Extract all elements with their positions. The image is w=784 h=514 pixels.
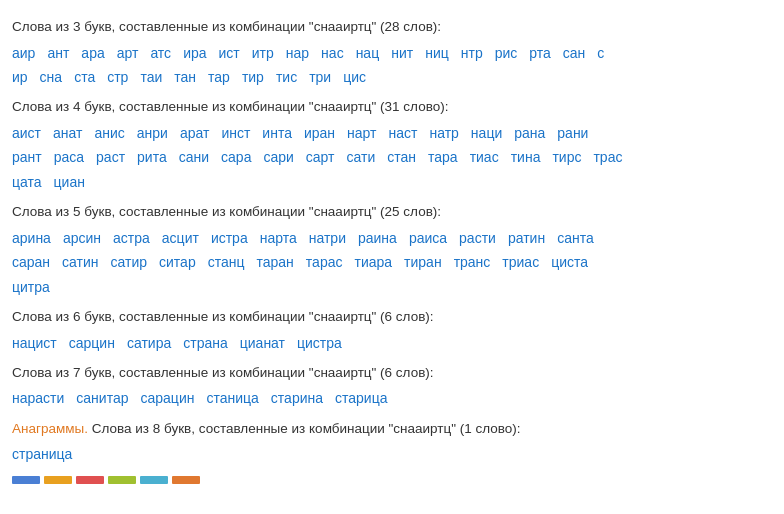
word-нац[interactable]: нац [356,45,380,61]
word-анис[interactable]: анис [94,125,124,141]
word-страна[interactable]: страна [183,335,228,351]
word-нар[interactable]: нар [286,45,309,61]
word-рант[interactable]: рант [12,149,42,165]
word-итр[interactable]: итр [252,45,274,61]
word-рана[interactable]: рана [514,125,545,141]
word-старина[interactable]: старина [271,390,323,406]
word-нацист[interactable]: нацист [12,335,57,351]
word-наст[interactable]: наст [389,125,418,141]
word-рта[interactable]: рта [529,45,551,61]
word-таи[interactable]: таи [140,69,162,85]
word-трас[interactable]: трас [593,149,622,165]
word-нтр[interactable]: нтр [461,45,483,61]
word-цис[interactable]: цис [343,69,366,85]
word-тара[interactable]: тара [428,149,458,165]
word-астра[interactable]: астра [113,230,150,246]
word-натр[interactable]: натр [429,125,458,141]
word-ара[interactable]: ара [81,45,104,61]
word-тиара[interactable]: тиара [354,254,392,270]
word-цианат[interactable]: цианат [240,335,285,351]
word-нарта[interactable]: нарта [260,230,297,246]
word-ста[interactable]: ста [74,69,95,85]
word-истра[interactable]: истра [211,230,248,246]
word-ист[interactable]: ист [219,45,240,61]
word-тир[interactable]: тир [242,69,264,85]
word-стан[interactable]: стан [387,149,416,165]
word-ниц[interactable]: ниц [425,45,449,61]
word-раст[interactable]: раст [96,149,125,165]
word-циан[interactable]: циан [54,174,85,190]
word-натри[interactable]: натри [309,230,346,246]
word-сатира[interactable]: сатира [127,335,171,351]
word-тина[interactable]: тина [511,149,541,165]
word-циста[interactable]: циста [551,254,588,270]
word-ратин[interactable]: ратин [508,230,545,246]
word-анри[interactable]: анри [137,125,168,141]
word-ир[interactable]: ир [12,69,28,85]
word-цистра[interactable]: цистра [297,335,342,351]
word-санитар[interactable]: санитар [76,390,128,406]
word-сарт[interactable]: сарт [306,149,335,165]
word-три[interactable]: три [309,69,331,85]
word-анат[interactable]: анат [53,125,82,141]
word-цитра[interactable]: цитра [12,279,50,295]
word-арт[interactable]: арт [117,45,139,61]
word-ира[interactable]: ира [183,45,206,61]
word-сна[interactable]: сна [40,69,63,85]
word-тиас[interactable]: тиас [470,149,499,165]
word-арина[interactable]: арина [12,230,51,246]
word-рита[interactable]: рита [137,149,167,165]
word-тан[interactable]: тан [174,69,196,85]
word-тар[interactable]: тар [208,69,230,85]
word-нас[interactable]: нас [321,45,344,61]
word-станц[interactable]: станц [208,254,245,270]
word-триас[interactable]: триас [502,254,539,270]
word-тиран[interactable]: тиран [404,254,442,270]
word-сарацин[interactable]: сарацин [141,390,195,406]
word-саран[interactable]: саран [12,254,50,270]
word-станица[interactable]: станица [206,390,258,406]
word-сати[interactable]: сати [347,149,376,165]
word-санта[interactable]: санта [557,230,594,246]
word-аир[interactable]: аир [12,45,35,61]
word-стр[interactable]: стр [107,69,128,85]
word-ситар[interactable]: ситар [159,254,196,270]
word-тирс[interactable]: тирс [552,149,581,165]
word-рис[interactable]: рис [495,45,518,61]
word-инта[interactable]: инта [262,125,292,141]
word-транс[interactable]: транс [454,254,491,270]
word-арсин[interactable]: арсин [63,230,101,246]
word-нарт[interactable]: нарт [347,125,376,141]
word-иран[interactable]: иран [304,125,335,141]
word-рани[interactable]: рани [557,125,588,141]
word-с[interactable]: с [597,45,604,61]
word-нит[interactable]: нит [391,45,413,61]
word-раса[interactable]: раса [54,149,84,165]
word-нарасти[interactable]: нарасти [12,390,64,406]
word-сара[interactable]: сара [221,149,251,165]
word-таран[interactable]: таран [257,254,294,270]
word-расти[interactable]: расти [459,230,496,246]
word-сатир[interactable]: сатир [111,254,148,270]
word-сани[interactable]: сани [179,149,209,165]
word-асцит[interactable]: асцит [162,230,199,246]
word-инст[interactable]: инст [221,125,250,141]
word-сан[interactable]: сан [563,45,586,61]
word-атс[interactable]: атс [150,45,171,61]
words-line-7-1: нарастисанитарсарацинстаницастаринастари… [12,387,772,409]
word-наци[interactable]: наци [471,125,502,141]
word-тарас[interactable]: тарас [306,254,343,270]
word-сарцин[interactable]: сарцин [69,335,115,351]
word-сатин[interactable]: сатин [62,254,98,270]
word-тис[interactable]: тис [276,69,297,85]
word-раиса[interactable]: раиса [409,230,447,246]
word-цата[interactable]: цата [12,174,42,190]
main-container: Слова из 3 букв, составленные из комбина… [0,0,784,492]
word-раина[interactable]: раина [358,230,397,246]
word-арат[interactable]: арат [180,125,209,141]
word-страница[interactable]: страница [12,446,72,462]
word-сари[interactable]: сари [263,149,293,165]
word-старица[interactable]: старица [335,390,387,406]
word-ант[interactable]: ант [47,45,69,61]
word-аист[interactable]: аист [12,125,41,141]
